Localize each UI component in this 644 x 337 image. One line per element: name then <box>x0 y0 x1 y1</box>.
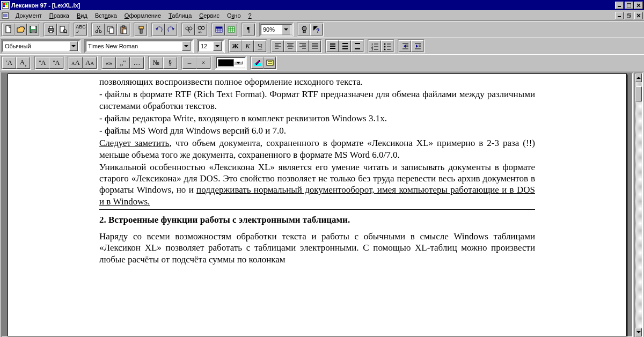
numero-button[interactable]: № <box>149 57 163 69</box>
zoom-combo[interactable] <box>260 24 292 35</box>
mdi-minimize-button[interactable] <box>615 12 624 19</box>
font-dropdown-button[interactable] <box>182 41 191 51</box>
align-left-button[interactable] <box>272 40 284 52</box>
replace-button[interactable]: ab <box>195 24 207 35</box>
zoom-dropdown-button[interactable] <box>282 25 290 34</box>
doc-line: Наряду со всеми возможностям обработки т… <box>99 231 535 265</box>
decrease-indent-button[interactable] <box>399 40 411 52</box>
scroll-down-button[interactable] <box>635 328 642 336</box>
insert-spreadsheet-button[interactable] <box>225 24 237 35</box>
zoom-input[interactable] <box>261 25 282 34</box>
svg-point-47 <box>201 26 204 30</box>
style-combo[interactable] <box>2 40 80 52</box>
dash-button[interactable]: – <box>182 57 196 69</box>
color-combo[interactable] <box>216 57 246 69</box>
align-center-button[interactable] <box>284 40 296 52</box>
style-dropdown-button[interactable] <box>69 41 78 51</box>
menu-view[interactable]: Вид <box>73 11 91 20</box>
svg-marker-42 <box>172 28 174 31</box>
doc-line: Следует заметить, что объем документа, с… <box>99 137 535 160</box>
svg-rect-61 <box>303 31 305 33</box>
menu-document[interactable]: Документ <box>12 11 46 20</box>
quotes-angle-button[interactable]: «» <box>102 57 116 69</box>
menu-window[interactable]: Окно <box>223 11 245 20</box>
color-dropdown-button[interactable] <box>234 61 243 64</box>
menu-help[interactable]: ? <box>245 11 255 20</box>
size-input[interactable] <box>199 41 213 51</box>
find-button[interactable] <box>182 24 195 35</box>
section-button[interactable]: § <box>163 57 177 69</box>
svg-rect-39 <box>139 26 143 29</box>
cut-button[interactable] <box>92 24 105 35</box>
menu-table[interactable]: Таблица <box>165 11 195 20</box>
menu-bar: Документ Правка Вид Вставка Оформление Т… <box>0 10 644 21</box>
increase-indent-button[interactable] <box>411 40 423 52</box>
line-spacing-2-button[interactable] <box>351 40 363 52</box>
svg-rect-2 <box>5 3 7 5</box>
align-justify-button[interactable] <box>309 40 321 52</box>
underline-button[interactable]: Ч <box>254 40 266 52</box>
scroll-thumb[interactable] <box>635 86 642 101</box>
scroll-track[interactable] <box>635 82 642 328</box>
caps-button[interactable]: иА <box>49 57 63 69</box>
svg-point-97 <box>384 49 385 50</box>
open-button[interactable] <box>14 24 27 35</box>
minimize-button[interactable] <box>615 2 624 9</box>
tip-button[interactable] <box>298 24 310 35</box>
bulleted-list-button[interactable] <box>381 40 393 52</box>
svg-marker-104 <box>416 45 418 48</box>
font-input[interactable] <box>86 41 182 51</box>
menu-format[interactable]: Оформление <box>121 11 165 20</box>
print-preview-button[interactable] <box>57 24 69 35</box>
format-painter-button[interactable] <box>135 24 147 35</box>
sup-a-button[interactable]: тА <box>2 57 16 69</box>
bold-button[interactable]: Ж <box>229 40 241 52</box>
print-button[interactable] <box>45 24 57 35</box>
vertical-scrollbar[interactable] <box>634 72 643 337</box>
spellcheck-button[interactable]: ABC✓ <box>75 24 87 35</box>
new-button[interactable] <box>2 24 14 35</box>
align-right-button[interactable] <box>296 40 309 52</box>
close-button[interactable] <box>634 2 643 9</box>
menu-service[interactable]: Сервис <box>195 11 223 20</box>
scroll-up-button[interactable] <box>635 74 642 82</box>
svg-text:?: ? <box>316 27 320 34</box>
context-help-button[interactable]: ? <box>310 24 323 35</box>
doc-line: - файлы редактора Write, входящего в ком… <box>99 113 535 124</box>
svg-marker-41 <box>156 28 158 31</box>
line-spacing-1-button[interactable] <box>326 40 339 52</box>
line-spacing-15-button[interactable] <box>339 40 351 52</box>
menu-edit[interactable]: Правка <box>46 11 73 20</box>
strike-button[interactable]: иА <box>35 57 49 69</box>
numbered-list-button[interactable]: 123 <box>369 40 381 52</box>
quotes-low-button[interactable]: „" <box>116 57 130 69</box>
bigger-font-button[interactable]: АА <box>69 57 83 69</box>
formatting-toolbar: Ж К Ч 123 <box>0 38 644 54</box>
font-combo[interactable] <box>85 40 193 52</box>
fields-button[interactable] <box>264 57 276 69</box>
insert-table-button[interactable] <box>213 24 225 35</box>
highlight-button[interactable] <box>251 57 264 69</box>
maximize-button[interactable] <box>625 2 633 9</box>
ellipsis-button[interactable]: … <box>130 57 144 69</box>
menu-insert[interactable]: Вставка <box>91 11 121 20</box>
style-input[interactable] <box>3 41 69 51</box>
paste-button[interactable] <box>117 24 129 35</box>
copy-button[interactable] <box>105 24 117 35</box>
page-content[interactable]: позволяющих воспроизвести полное оформле… <box>8 74 627 336</box>
mdi-restore-button[interactable] <box>625 12 633 19</box>
italic-button[interactable]: К <box>241 40 254 52</box>
sub-a-button[interactable]: Ат <box>16 57 30 69</box>
size-combo[interactable] <box>198 40 224 52</box>
save-button[interactable] <box>27 24 39 35</box>
size-dropdown-button[interactable] <box>213 41 222 51</box>
undo-button[interactable] <box>152 24 165 35</box>
svg-rect-26 <box>49 31 53 33</box>
mdi-close-button[interactable] <box>634 12 643 19</box>
control-menu-icon[interactable] <box>1 11 10 20</box>
mult-button[interactable]: × <box>196 57 210 69</box>
smaller-font-button[interactable]: АА <box>83 57 97 69</box>
show-nonprinting-button[interactable]: ¶ <box>243 24 255 35</box>
svg-rect-54 <box>216 27 222 28</box>
redo-button[interactable] <box>165 24 177 35</box>
